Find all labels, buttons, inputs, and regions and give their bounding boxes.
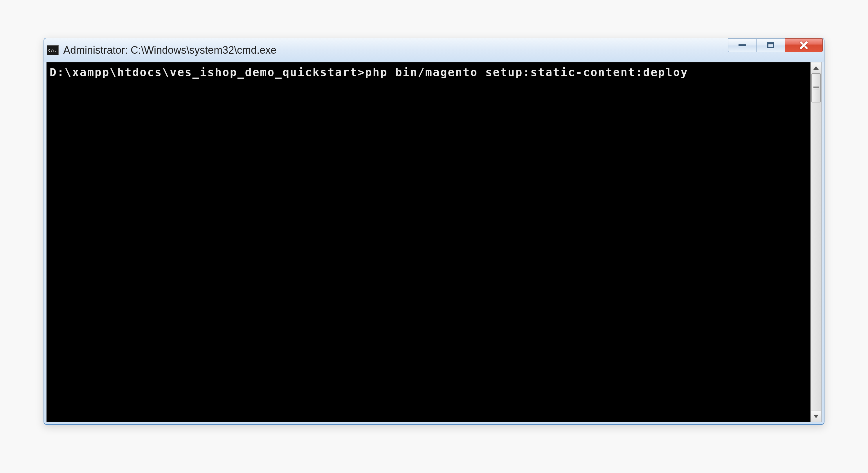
vertical-scrollbar[interactable] [810,62,822,422]
close-icon [800,42,808,49]
scroll-down-button[interactable] [811,411,821,422]
cmd-icon: C:\. [47,45,59,55]
scroll-thumb[interactable] [811,73,821,102]
maximize-icon [767,42,774,48]
window-title: Administrator: C:\Windows\system32\cmd.e… [63,44,728,56]
maximize-button[interactable] [756,38,785,52]
scroll-track[interactable] [811,73,821,411]
window-controls [728,38,823,53]
minimize-icon [739,44,746,46]
arrow-down-icon [813,415,819,418]
cmd-icon-text: C:\. [48,48,56,53]
window-body: D:\xampp\htdocs\ves_ishop_demo_quickstar… [44,62,824,424]
titlebar[interactable]: C:\. Administrator: C:\Windows\system32\… [44,38,824,62]
scroll-up-button[interactable] [811,62,821,73]
terminal-area[interactable]: D:\xampp\htdocs\ves_ishop_demo_quickstar… [46,62,810,422]
terminal-output: D:\xampp\htdocs\ves_ishop_demo_quickstar… [50,64,807,81]
minimize-button[interactable] [728,38,756,52]
arrow-up-icon [813,66,819,70]
cmd-window: C:\. Administrator: C:\Windows\system32\… [43,38,825,425]
close-button[interactable] [785,38,823,52]
